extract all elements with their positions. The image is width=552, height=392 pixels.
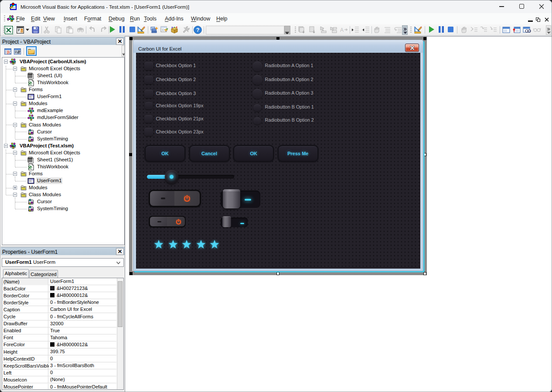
svg-text:A: A bbox=[340, 27, 344, 33]
svg-text:?: ? bbox=[196, 27, 200, 33]
